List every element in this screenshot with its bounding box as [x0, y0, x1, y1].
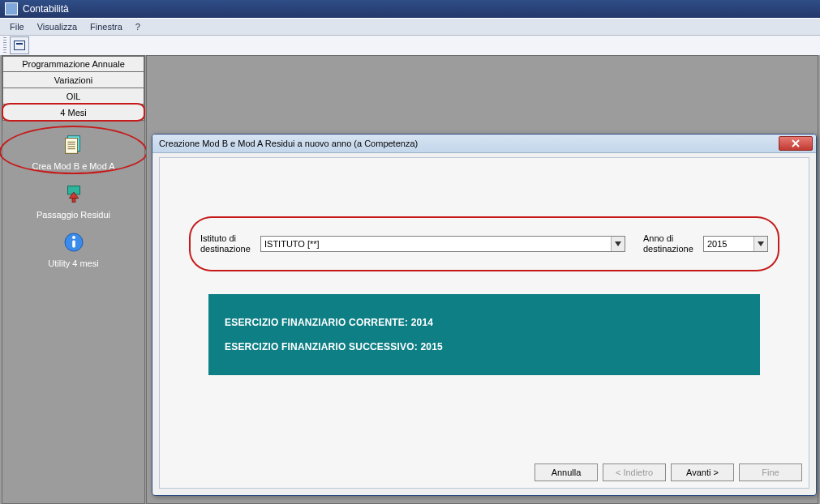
- label-line2: destinazione: [200, 244, 251, 254]
- svg-point-9: [72, 236, 75, 239]
- label-line2: destinazione: [643, 244, 693, 254]
- wizard-buttons: Annulla < Indietro Avanti > Fine: [535, 463, 802, 481]
- app-title: Contabilità: [23, 3, 69, 15]
- menubar: File Visualizza Finestra ?: [0, 18, 820, 36]
- istituto-combo[interactable]: ISTITUTO [**]: [260, 236, 625, 252]
- label-line1: Istituto di: [200, 233, 236, 243]
- cancel-button[interactable]: Annulla: [535, 463, 598, 481]
- sidebar-item-label: Passaggio Residui: [36, 210, 110, 220]
- sidebar-btn-programmazione[interactable]: Programmazione Annuale: [2, 56, 144, 72]
- menu-help[interactable]: ?: [129, 20, 147, 33]
- sidebar-btn-4mesi[interactable]: 4 Mesi: [2, 105, 144, 121]
- menu-visualizza[interactable]: Visualizza: [31, 20, 84, 33]
- menu-file[interactable]: File: [3, 20, 31, 33]
- sidebar-btn-variazioni[interactable]: Variazioni: [2, 72, 144, 88]
- sidebar-item-crea-mod[interactable]: Crea Mod B e Mod A: [32, 132, 114, 171]
- toolbar-button[interactable]: [10, 36, 29, 54]
- chevron-down-icon: [753, 237, 767, 251]
- back-button[interactable]: < Indietro: [603, 463, 666, 481]
- banner-line-current: ESERCIZIO FINANZIARIO CORRENTE: 2014: [225, 317, 744, 328]
- transfer-icon: [61, 181, 87, 207]
- dialog-close-button[interactable]: [779, 136, 813, 151]
- titlebar: Contabilità: [0, 0, 820, 18]
- finish-button[interactable]: Fine: [739, 463, 802, 481]
- sidebar-btn-oil[interactable]: OIL: [2, 88, 144, 105]
- form-icon: [14, 41, 25, 50]
- close-icon: [792, 139, 800, 147]
- sidebar-item-passaggio[interactable]: Passaggio Residui: [36, 181, 110, 220]
- anno-label: Anno di destinazione: [643, 233, 703, 254]
- sidebar-item-label: Utility 4 mesi: [48, 258, 98, 268]
- sidebar-item-label: Crea Mod B e Mod A: [32, 161, 114, 171]
- menu-finestra[interactable]: Finestra: [84, 20, 129, 33]
- dialog-titlebar: Creazione Mod B e Mod A Residui a nuovo …: [152, 135, 816, 153]
- documents-icon: [60, 132, 86, 158]
- next-button[interactable]: Avanti >: [671, 463, 734, 481]
- banner-line-next: ESERCIZIO FINANZIARIO SUCCESSIVO: 2015: [225, 341, 744, 352]
- istituto-value: ISTITUTO [**]: [264, 239, 320, 249]
- wizard-dialog: Creazione Mod B e Mod A Residui a nuovo …: [152, 134, 817, 496]
- sidebar: Programmazione Annuale Variazioni OIL 4 …: [2, 55, 145, 504]
- istituto-label: Istituto di destinazione: [200, 233, 260, 254]
- svg-rect-1: [66, 139, 78, 154]
- sidebar-items: Crea Mod B e Mod A Passaggio Residui: [2, 121, 144, 278]
- info-icon: [61, 229, 87, 255]
- sidebar-item-utility[interactable]: Utility 4 mesi: [48, 229, 98, 268]
- destination-row: Istituto di destinazione ISTITUTO [**] A…: [200, 221, 768, 267]
- svg-rect-10: [72, 241, 75, 248]
- svg-rect-7: [72, 199, 75, 203]
- exercise-banner: ESERCIZIO FINANZIARIO CORRENTE: 2014 ESE…: [208, 294, 760, 375]
- toolbar-grip: [3, 37, 6, 53]
- label-line1: Anno di: [643, 233, 673, 243]
- anno-value: 2015: [707, 239, 727, 249]
- anno-combo[interactable]: 2015: [703, 236, 768, 252]
- app-icon: [5, 2, 18, 15]
- dialog-body: Istituto di destinazione ISTITUTO [**] A…: [159, 157, 809, 489]
- chevron-down-icon: [611, 237, 625, 251]
- dialog-title: Creazione Mod B e Mod A Residui a nuovo …: [159, 139, 418, 148]
